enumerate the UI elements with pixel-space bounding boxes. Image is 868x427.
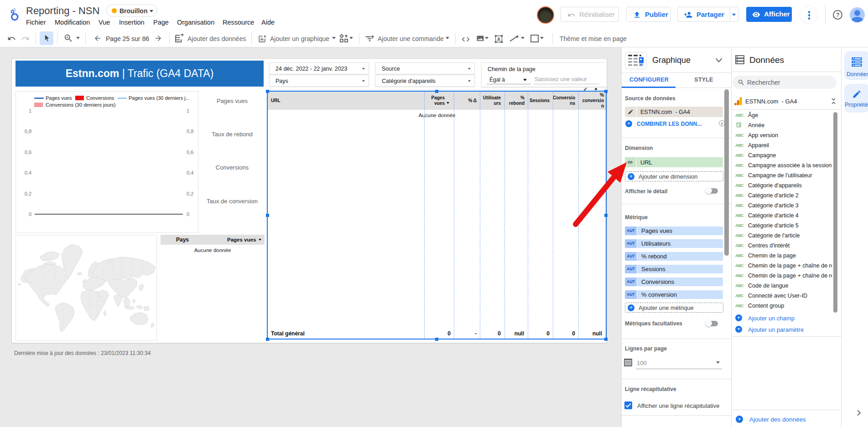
svg-text:A: A <box>497 36 501 42</box>
